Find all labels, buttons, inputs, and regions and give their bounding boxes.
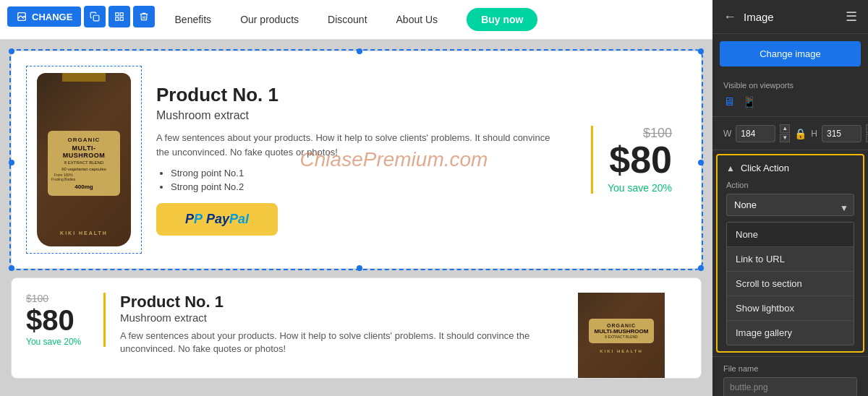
bottle-label: ORGANIC MULTI-MUSHROOM 8 EXTRACT BLEND 6…	[48, 131, 120, 196]
desktop-icon[interactable]: 🖥	[723, 95, 735, 109]
change-button[interactable]: CHANGE	[7, 7, 81, 27]
product-description: A few sentences about your products. How…	[156, 131, 562, 159]
file-name-input[interactable]	[723, 377, 857, 396]
paypal-button[interactable]: PP PayPal	[156, 203, 278, 236]
panel-title: Image	[744, 11, 838, 23]
change-image-button[interactable]: Change image	[720, 41, 861, 66]
product2-description: A few sentences about your products. How…	[120, 330, 542, 356]
bottle-cap	[62, 73, 106, 82]
width-label: W	[723, 129, 731, 139]
viewport-label: Visible on viewports	[723, 81, 857, 90]
action-label: Action	[718, 181, 863, 194]
save-text: You save 20%	[608, 182, 672, 194]
lock-icon[interactable]: 🔒	[794, 128, 807, 139]
width-up[interactable]: ▲	[780, 124, 790, 133]
dropdown-option-scroll[interactable]: Scroll to section	[727, 272, 854, 296]
product-title: Product No. 1	[156, 84, 562, 106]
svg-rect-1	[116, 13, 119, 16]
nav-about[interactable]: About Us	[396, 14, 438, 25]
orig-price-2: $100	[26, 293, 48, 304]
price-column-2: $100 $80 You save 20%	[26, 293, 106, 347]
handle-tr[interactable]	[698, 48, 704, 54]
panel-menu-button[interactable]: ☰	[846, 9, 857, 25]
action-select-wrapper: None Link to URL Scroll to section Show …	[718, 194, 863, 222]
product2-subtitle: Mushroom extract	[120, 311, 542, 324]
handle-ml[interactable]	[9, 160, 14, 165]
bullet-list: Strong point No.1 Strong point No.2	[156, 168, 562, 192]
grid-button[interactable]	[109, 6, 130, 27]
height-input[interactable]	[822, 125, 861, 142]
click-action-header[interactable]: ▲ Click Action	[718, 155, 863, 181]
handle-bl[interactable]	[9, 265, 14, 271]
action-select[interactable]: None Link to URL Scroll to section Show …	[726, 194, 854, 216]
file-section: File name X ▲ ▼ Y ▲ ▼	[712, 356, 868, 396]
bullet-2: Strong point No.2	[171, 181, 562, 192]
dimensions-section: W ▲ ▼ 🔒 H ▲ ▼	[712, 117, 868, 150]
svg-rect-3	[116, 17, 119, 20]
product-image-wrapper[interactable]: ORGANIC MULTI-MUSHROOM 8 EXTRACT BLEND 6…	[26, 66, 142, 254]
current-price: $80	[609, 141, 672, 178]
viewport-icons: 🖥 📱	[723, 95, 857, 109]
click-action-section: ▲ Click Action Action None Link to URL S…	[716, 154, 864, 353]
dropdown-option-link[interactable]: Link to URL	[727, 247, 854, 272]
handle-br[interactable]	[698, 265, 704, 271]
svg-rect-4	[121, 17, 124, 20]
product2-info: Product No. 1 Mushroom extract A few sen…	[120, 293, 542, 356]
svg-rect-2	[121, 13, 124, 16]
handle-tl[interactable]	[9, 48, 14, 54]
click-action-title: Click Action	[741, 163, 789, 173]
height-label: H	[811, 129, 817, 139]
price-section: $100 $80 You save 20%	[591, 126, 686, 194]
navbar: CHANGE Benefits Our products Discount Ab…	[0, 0, 712, 40]
product2-image: ORGANIC MULTI-MUSHROOM 8 EXTRACT BLEND K…	[556, 293, 686, 379]
dropdown-option-lightbox[interactable]: Show lightbox	[727, 296, 854, 321]
product-subtitle: Mushroom extract	[156, 109, 562, 122]
product2-title: Product No. 1	[120, 293, 542, 311]
dropdown-option-none[interactable]: None	[727, 223, 854, 247]
nav-discount[interactable]: Discount	[328, 14, 367, 25]
product-info: Product No. 1 Mushroom extract A few sen…	[156, 84, 562, 236]
editor-toolbar: CHANGE	[7, 6, 155, 27]
nav-products[interactable]: Our products	[240, 14, 299, 25]
width-input[interactable]	[736, 125, 775, 142]
duplicate-button[interactable]	[84, 6, 106, 27]
save-2: You save 20%	[26, 337, 81, 347]
panel-back-button[interactable]: ←	[723, 9, 736, 25]
product-card-1[interactable]: ORGANIC MULTI-MUSHROOM 8 EXTRACT BLEND 6…	[11, 51, 702, 269]
product-card-2[interactable]: $100 $80 You save 20% Product No. 1 Mush…	[11, 277, 702, 379]
file-label: File name	[723, 364, 857, 373]
svg-rect-0	[94, 15, 100, 21]
bottle-image: ORGANIC MULTI-MUSHROOM 8 EXTRACT BLEND 6…	[37, 73, 131, 246]
content-area: ORGANIC MULTI-MUSHROOM 8 EXTRACT BLEND 6…	[0, 40, 712, 396]
viewport-section: Visible on viewports 🖥 📱	[712, 74, 868, 117]
width-down[interactable]: ▼	[780, 134, 790, 142]
bullet-1: Strong point No.1	[171, 168, 562, 178]
right-panel: ← Image ☰ Change image Visible on viewpo…	[712, 0, 868, 396]
buy-now-button[interactable]: Buy now	[467, 8, 537, 31]
handle-bm[interactable]	[357, 265, 362, 271]
width-spinner: ▲ ▼	[780, 124, 790, 142]
bottle-2: ORGANIC MULTI-MUSHROOM 8 EXTRACT BLEND K…	[578, 293, 665, 379]
chevron-icon: ▲	[726, 163, 735, 173]
handle-mr[interactable]	[698, 160, 704, 165]
delete-button[interactable]	[133, 6, 155, 27]
dropdown-menu: None Link to URL Scroll to section Show …	[726, 222, 854, 345]
nav-benefits[interactable]: Benefits	[175, 14, 212, 25]
curr-price-2: $80	[26, 304, 75, 337]
handle-tm[interactable]	[357, 48, 362, 54]
main-content: CHANGE Benefits Our products Discount Ab…	[0, 0, 712, 396]
panel-header: ← Image ☰	[712, 0, 868, 34]
payment-section: PP PayPal	[156, 203, 562, 236]
dimension-row: W ▲ ▼ 🔒 H ▲ ▼	[723, 124, 857, 142]
dropdown-option-gallery[interactable]: Image gallery	[727, 321, 854, 345]
mobile-icon[interactable]: 📱	[742, 95, 757, 109]
